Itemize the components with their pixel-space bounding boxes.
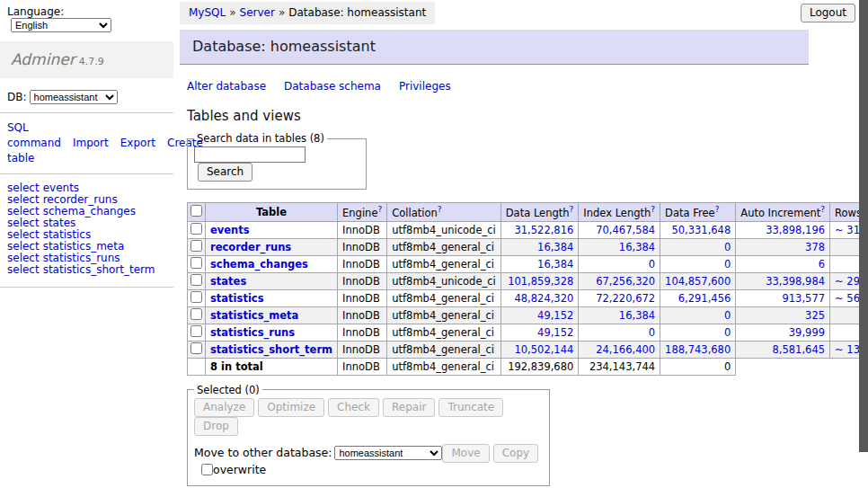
index-length-link[interactable]: 67,256,320 xyxy=(596,275,655,288)
table-link-events[interactable]: events xyxy=(43,182,79,194)
help-link[interactable]: ? xyxy=(438,205,442,214)
db-select[interactable]: homeassistant xyxy=(30,90,118,104)
row-checkbox[interactable] xyxy=(190,342,202,354)
search-button[interactable]: Search xyxy=(198,163,252,182)
table-name-link[interactable]: statistics_runs xyxy=(210,326,295,339)
column-header-engine: Engine? xyxy=(338,203,387,222)
table-name-link[interactable]: statistics_meta xyxy=(210,309,298,322)
engine-cell: InnoDB xyxy=(338,324,387,341)
column-header-index-length: Index Length? xyxy=(579,203,660,222)
index-length-link[interactable]: 16,384 xyxy=(619,309,655,322)
index-length-link[interactable]: 72,220,672 xyxy=(596,292,655,305)
select-link[interactable]: select xyxy=(7,263,40,276)
column-header-data-length: Data Length? xyxy=(500,203,579,222)
database-schema-link[interactable]: Database schema xyxy=(284,80,381,93)
scrollbar-thumb[interactable] xyxy=(859,0,868,452)
engine-cell: InnoDB xyxy=(338,306,387,324)
data-free-link[interactable]: 0 xyxy=(724,241,731,253)
index-length-link[interactable]: 0 xyxy=(649,258,655,271)
breadcrumb-separator: » xyxy=(279,6,285,19)
select-link[interactable]: select xyxy=(7,205,40,217)
alter-database-link[interactable]: Alter database xyxy=(187,80,266,93)
language-select[interactable]: English xyxy=(11,18,111,32)
select-link[interactable]: select xyxy=(7,182,40,194)
export-link[interactable]: Export xyxy=(120,137,155,149)
auto-increment-link[interactable]: 325 xyxy=(805,309,825,322)
select-all-checkbox[interactable] xyxy=(190,205,202,217)
import-link[interactable]: Import xyxy=(73,137,109,149)
help-link[interactable]: ? xyxy=(651,205,655,214)
search-input[interactable] xyxy=(194,146,306,163)
help-link[interactable]: ? xyxy=(715,205,720,214)
check-button: Check xyxy=(328,398,379,417)
app-version: 4.7.9 xyxy=(79,56,104,67)
data-free-link[interactable]: 50,331,648 xyxy=(671,224,731,236)
data-length-link[interactable]: 49,152 xyxy=(537,309,573,322)
overwrite-checkbox[interactable] xyxy=(201,464,213,475)
privileges-link[interactable]: Privileges xyxy=(399,80,451,93)
table-name-link[interactable]: events xyxy=(210,224,250,236)
page-title: Database: homeassistant xyxy=(180,30,809,65)
auto-increment-link[interactable]: 913,577 xyxy=(782,292,825,305)
data-length-link[interactable]: 10,502,144 xyxy=(514,343,573,356)
table-link-statistics[interactable]: statistics xyxy=(43,228,92,241)
db-label: DB: xyxy=(7,91,27,103)
auto-increment-link[interactable]: 33,898,196 xyxy=(766,224,825,236)
table-link-statistics-short-term[interactable]: statistics_short_term xyxy=(43,263,155,276)
help-link[interactable]: ? xyxy=(377,205,382,214)
table-link-statistics-runs[interactable]: statistics_runs xyxy=(43,252,120,264)
data-length-link[interactable]: 101,859,328 xyxy=(508,275,573,288)
data-length-link[interactable]: 49,152 xyxy=(537,326,573,339)
auto-increment-link[interactable]: 8,581,645 xyxy=(773,343,826,356)
row-checkbox[interactable] xyxy=(190,257,202,269)
row-checkbox[interactable] xyxy=(190,274,202,286)
data-free-link[interactable]: 0 xyxy=(724,326,731,339)
index-length-link[interactable]: 0 xyxy=(649,326,655,339)
table-name-link[interactable]: schema_changes xyxy=(210,258,308,271)
table-link-statistics-meta[interactable]: statistics_meta xyxy=(43,240,125,253)
data-length-link[interactable]: 48,824,320 xyxy=(514,292,573,305)
select-link[interactable]: select xyxy=(7,252,40,264)
vertical-scrollbar[interactable] xyxy=(859,0,868,488)
help-link[interactable]: ? xyxy=(570,205,574,214)
table-name-link[interactable]: recorder_runs xyxy=(210,241,291,253)
auto-increment-link[interactable]: 6 xyxy=(819,258,825,271)
help-link[interactable]: ? xyxy=(820,205,825,214)
row-checkbox[interactable] xyxy=(190,223,202,235)
select-link[interactable]: select xyxy=(7,240,40,253)
logout-button[interactable]: Logout xyxy=(801,4,855,22)
data-length-link[interactable]: 31,522,816 xyxy=(514,224,573,236)
table-name-link[interactable]: states xyxy=(210,275,246,288)
move-database-select[interactable]: homeassistant xyxy=(334,446,442,460)
auto-increment-link[interactable]: 378 xyxy=(805,241,825,253)
row-checkbox[interactable] xyxy=(190,291,202,303)
breadcrumb-mysql-link[interactable]: MySQL xyxy=(189,6,226,19)
table-link-recorder-runs[interactable]: recorder_runs xyxy=(43,193,118,206)
data-free-link[interactable]: 0 xyxy=(724,309,731,322)
breadcrumb: MySQL»Server»Database: homeassistant xyxy=(180,2,435,24)
data-free-link[interactable]: 6,291,456 xyxy=(678,292,731,305)
select-link[interactable]: select xyxy=(7,228,40,241)
sql-command-link[interactable]: SQL command xyxy=(7,121,61,149)
table-link-schema-changes[interactable]: schema_changes xyxy=(43,205,136,217)
table-name-link[interactable]: statistics_short_term xyxy=(210,343,332,356)
data-free-link[interactable]: 188,743,680 xyxy=(665,343,731,356)
data-free-link[interactable]: 0 xyxy=(724,258,731,271)
data-free-link[interactable]: 104,857,600 xyxy=(665,275,731,288)
auto-increment-link[interactable]: 33,398,984 xyxy=(766,275,825,288)
row-checkbox[interactable] xyxy=(190,325,202,337)
data-length-link[interactable]: 16,384 xyxy=(537,241,573,253)
data-length-link[interactable]: 16,384 xyxy=(537,258,573,271)
row-checkbox[interactable] xyxy=(190,240,202,252)
breadcrumb-server-link[interactable]: Server xyxy=(240,6,275,19)
index-length-link[interactable]: 70,467,584 xyxy=(596,224,655,236)
index-length-link[interactable]: 24,166,400 xyxy=(596,343,655,356)
engine-cell: InnoDB xyxy=(338,272,387,289)
table-link-states[interactable]: states xyxy=(43,217,76,229)
table-name-link[interactable]: statistics xyxy=(210,292,264,305)
select-link[interactable]: select xyxy=(7,217,40,229)
row-checkbox[interactable] xyxy=(190,308,202,320)
index-length-link[interactable]: 16,384 xyxy=(619,241,655,253)
auto-increment-link[interactable]: 39,999 xyxy=(789,326,825,339)
select-link[interactable]: select xyxy=(7,193,40,206)
